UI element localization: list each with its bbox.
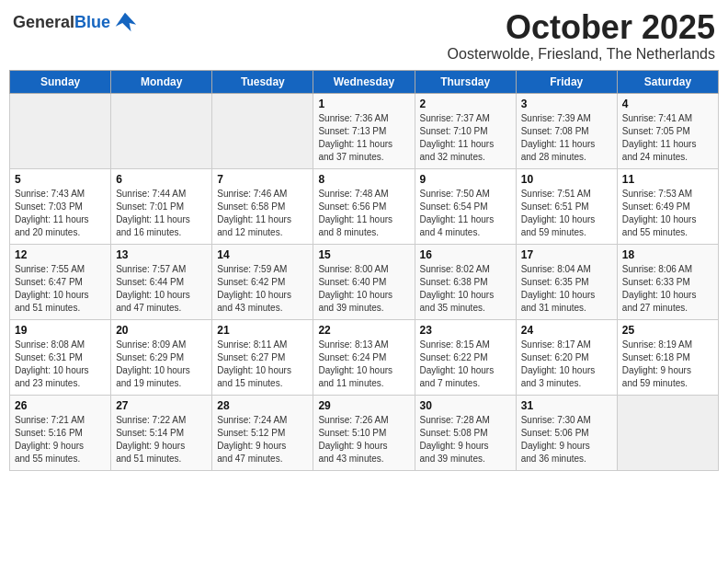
day-number: 2: [420, 98, 511, 110]
calendar-week-row: 19Sunrise: 8:08 AM Sunset: 6:31 PM Dayli…: [10, 319, 719, 395]
day-number: 7: [217, 173, 308, 186]
calendar-cell: 31Sunrise: 7:30 AM Sunset: 5:06 PM Dayli…: [516, 395, 617, 470]
calendar-cell: 23Sunrise: 8:15 AM Sunset: 6:22 PM Dayli…: [415, 319, 516, 395]
day-info: Sunrise: 8:02 AM Sunset: 6:38 PM Dayligh…: [420, 263, 511, 315]
calendar-cell: 19Sunrise: 8:08 AM Sunset: 6:31 PM Dayli…: [10, 319, 111, 395]
calendar-cell: 15Sunrise: 8:00 AM Sunset: 6:40 PM Dayli…: [313, 244, 415, 319]
calendar-week-row: 1Sunrise: 7:36 AM Sunset: 7:13 PM Daylig…: [10, 93, 719, 168]
calendar-cell: 28Sunrise: 7:24 AM Sunset: 5:12 PM Dayli…: [212, 395, 313, 470]
calendar-cell: 27Sunrise: 7:22 AM Sunset: 5:14 PM Dayli…: [111, 395, 212, 470]
day-number: 18: [622, 248, 713, 261]
day-number: 21: [217, 324, 308, 337]
day-info: Sunrise: 8:19 AM Sunset: 6:18 PM Dayligh…: [622, 339, 713, 390]
calendar-cell: 25Sunrise: 8:19 AM Sunset: 6:18 PM Dayli…: [617, 319, 718, 395]
day-number: 11: [622, 173, 713, 186]
calendar-cell: 6Sunrise: 7:44 AM Sunset: 7:01 PM Daylig…: [111, 168, 212, 244]
header-day: Thursday: [415, 70, 516, 93]
calendar-cell: 11Sunrise: 7:53 AM Sunset: 6:49 PM Dayli…: [617, 168, 718, 244]
calendar-cell: 9Sunrise: 7:50 AM Sunset: 6:54 PM Daylig…: [415, 168, 516, 244]
calendar-cell: 2Sunrise: 7:37 AM Sunset: 7:10 PM Daylig…: [415, 93, 516, 168]
day-number: 3: [521, 98, 612, 110]
day-info: Sunrise: 7:46 AM Sunset: 6:58 PM Dayligh…: [217, 188, 308, 239]
calendar-cell: 29Sunrise: 7:26 AM Sunset: 5:10 PM Dayli…: [313, 395, 415, 470]
calendar-cell: [111, 93, 212, 168]
day-number: 22: [318, 324, 409, 337]
day-info: Sunrise: 7:26 AM Sunset: 5:10 PM Dayligh…: [318, 414, 409, 465]
calendar-cell: 10Sunrise: 7:51 AM Sunset: 6:51 PM Dayli…: [516, 168, 617, 244]
day-info: Sunrise: 8:15 AM Sunset: 6:22 PM Dayligh…: [420, 339, 511, 390]
calendar-week-row: 26Sunrise: 7:21 AM Sunset: 5:16 PM Dayli…: [10, 395, 719, 470]
month-title: October 2025: [448, 9, 715, 46]
day-number: 5: [15, 173, 106, 186]
day-info: Sunrise: 8:04 AM Sunset: 6:35 PM Dayligh…: [521, 263, 612, 315]
calendar-cell: 8Sunrise: 7:48 AM Sunset: 6:56 PM Daylig…: [313, 168, 415, 244]
day-info: Sunrise: 7:28 AM Sunset: 5:08 PM Dayligh…: [420, 414, 511, 465]
day-info: Sunrise: 7:51 AM Sunset: 6:51 PM Dayligh…: [521, 188, 612, 239]
title-area: October 2025 Oosterwolde, Friesland, The…: [448, 9, 715, 63]
day-number: 17: [521, 248, 612, 261]
day-info: Sunrise: 7:44 AM Sunset: 7:01 PM Dayligh…: [116, 188, 207, 239]
day-info: Sunrise: 7:22 AM Sunset: 5:14 PM Dayligh…: [116, 414, 207, 465]
subtitle: Oosterwolde, Friesland, The Netherlands: [448, 46, 715, 63]
day-info: Sunrise: 8:08 AM Sunset: 6:31 PM Dayligh…: [15, 339, 106, 390]
logo-general: GeneralBlue: [13, 13, 110, 32]
day-info: Sunrise: 7:21 AM Sunset: 5:16 PM Dayligh…: [15, 414, 106, 465]
calendar-week-row: 5Sunrise: 7:43 AM Sunset: 7:03 PM Daylig…: [10, 168, 719, 244]
calendar-cell: 14Sunrise: 7:59 AM Sunset: 6:42 PM Dayli…: [212, 244, 313, 319]
day-number: 25: [622, 324, 713, 337]
day-info: Sunrise: 8:11 AM Sunset: 6:27 PM Dayligh…: [217, 339, 308, 390]
day-info: Sunrise: 7:37 AM Sunset: 7:10 PM Dayligh…: [420, 112, 511, 164]
calendar-cell: 5Sunrise: 7:43 AM Sunset: 7:03 PM Daylig…: [10, 168, 111, 244]
day-info: Sunrise: 8:13 AM Sunset: 6:24 PM Dayligh…: [318, 339, 409, 390]
header-day: Saturday: [617, 70, 718, 93]
day-info: Sunrise: 8:17 AM Sunset: 6:20 PM Dayligh…: [521, 339, 612, 390]
day-info: Sunrise: 7:39 AM Sunset: 7:08 PM Dayligh…: [521, 112, 612, 164]
calendar-cell: 7Sunrise: 7:46 AM Sunset: 6:58 PM Daylig…: [212, 168, 313, 244]
day-number: 19: [15, 324, 106, 337]
header-day: Friday: [516, 70, 617, 93]
logo: GeneralBlue: [13, 9, 138, 35]
day-info: Sunrise: 8:06 AM Sunset: 6:33 PM Dayligh…: [622, 263, 713, 315]
calendar-cell: [10, 93, 111, 168]
day-info: Sunrise: 7:59 AM Sunset: 6:42 PM Dayligh…: [217, 263, 308, 315]
day-number: 30: [420, 399, 511, 412]
day-info: Sunrise: 7:30 AM Sunset: 5:06 PM Dayligh…: [521, 414, 612, 465]
header-row: SundayMondayTuesdayWednesdayThursdayFrid…: [10, 70, 719, 93]
day-number: 26: [15, 399, 106, 412]
day-info: Sunrise: 8:09 AM Sunset: 6:29 PM Dayligh…: [116, 339, 207, 390]
day-info: Sunrise: 7:36 AM Sunset: 7:13 PM Dayligh…: [318, 112, 409, 164]
calendar-cell: 22Sunrise: 8:13 AM Sunset: 6:24 PM Dayli…: [313, 319, 415, 395]
calendar-cell: 24Sunrise: 8:17 AM Sunset: 6:20 PM Dayli…: [516, 319, 617, 395]
day-info: Sunrise: 7:48 AM Sunset: 6:56 PM Dayligh…: [318, 188, 409, 239]
calendar-cell: 3Sunrise: 7:39 AM Sunset: 7:08 PM Daylig…: [516, 93, 617, 168]
calendar-cell: 20Sunrise: 8:09 AM Sunset: 6:29 PM Dayli…: [111, 319, 212, 395]
day-info: Sunrise: 7:41 AM Sunset: 7:05 PM Dayligh…: [622, 112, 713, 164]
header-day: Sunday: [10, 70, 111, 93]
day-number: 1: [318, 98, 409, 110]
header-day: Tuesday: [212, 70, 313, 93]
header-day: Wednesday: [313, 70, 415, 93]
day-number: 29: [318, 399, 409, 412]
day-number: 31: [521, 399, 612, 412]
day-number: 24: [521, 324, 612, 337]
calendar-cell: [212, 93, 313, 168]
day-number: 8: [318, 173, 409, 186]
calendar-cell: 30Sunrise: 7:28 AM Sunset: 5:08 PM Dayli…: [415, 395, 516, 470]
day-number: 6: [116, 173, 207, 186]
day-number: 15: [318, 248, 409, 261]
calendar-table: SundayMondayTuesdayWednesdayThursdayFrid…: [9, 70, 719, 471]
day-number: 16: [420, 248, 511, 261]
calendar-body: 1Sunrise: 7:36 AM Sunset: 7:13 PM Daylig…: [10, 93, 719, 470]
calendar-cell: 16Sunrise: 8:02 AM Sunset: 6:38 PM Dayli…: [415, 244, 516, 319]
logo-bird-icon: [112, 9, 138, 35]
calendar-week-row: 12Sunrise: 7:55 AM Sunset: 6:47 PM Dayli…: [10, 244, 719, 319]
calendar-cell: 17Sunrise: 8:04 AM Sunset: 6:35 PM Dayli…: [516, 244, 617, 319]
calendar-cell: 4Sunrise: 7:41 AM Sunset: 7:05 PM Daylig…: [617, 93, 718, 168]
day-info: Sunrise: 7:43 AM Sunset: 7:03 PM Dayligh…: [15, 188, 106, 239]
day-number: 14: [217, 248, 308, 261]
day-number: 20: [116, 324, 207, 337]
day-number: 9: [420, 173, 511, 186]
day-info: Sunrise: 7:24 AM Sunset: 5:12 PM Dayligh…: [217, 414, 308, 465]
day-number: 13: [116, 248, 207, 261]
calendar-header: SundayMondayTuesdayWednesdayThursdayFrid…: [10, 70, 719, 93]
